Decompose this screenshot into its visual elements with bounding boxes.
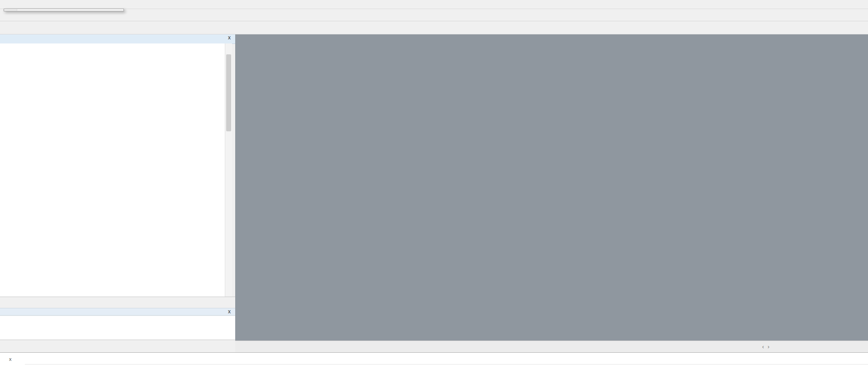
market-watch-tabs (0, 297, 235, 307)
chart-tab-bar: ‹› (235, 341, 868, 352)
navigator-tree (0, 316, 235, 340)
symbol-column-header[interactable] (0, 43, 85, 53)
charts-toolbar (0, 21, 868, 34)
tab-scroll-right-icon: › (768, 344, 769, 350)
terminal-header (25, 354, 868, 365)
menu-bar (0, 0, 868, 9)
tab-scroll-left-icon: ‹ (762, 344, 764, 350)
chart-workspace: ‹› (235, 34, 868, 352)
file-menu-dropdown (4, 9, 124, 11)
market-watch-close-icon[interactable]: x (226, 35, 232, 41)
terminal-panel: x (0, 352, 868, 379)
navigator-tabs (0, 340, 235, 350)
navigator-close-icon[interactable]: x (226, 309, 232, 315)
bid-column-header[interactable] (85, 43, 138, 53)
standard-toolbar (0, 9, 868, 21)
left-dock: x x (0, 34, 236, 352)
market-watch-titlebar: x (0, 34, 235, 44)
mt4-terminal: x x ‹› x (0, 0, 868, 379)
market-watch-header (0, 43, 225, 53)
market-watch-scrollbar[interactable] (225, 43, 232, 297)
terminal-close-icon[interactable]: x (9, 356, 12, 362)
chart-tab-scroll[interactable]: ‹› (762, 344, 769, 350)
navigator-titlebar: x (0, 308, 235, 316)
spread-column-header[interactable] (194, 43, 225, 53)
terminal-rows (25, 365, 868, 379)
market-watch-table (0, 53, 225, 297)
ask-column-header[interactable] (138, 43, 194, 53)
